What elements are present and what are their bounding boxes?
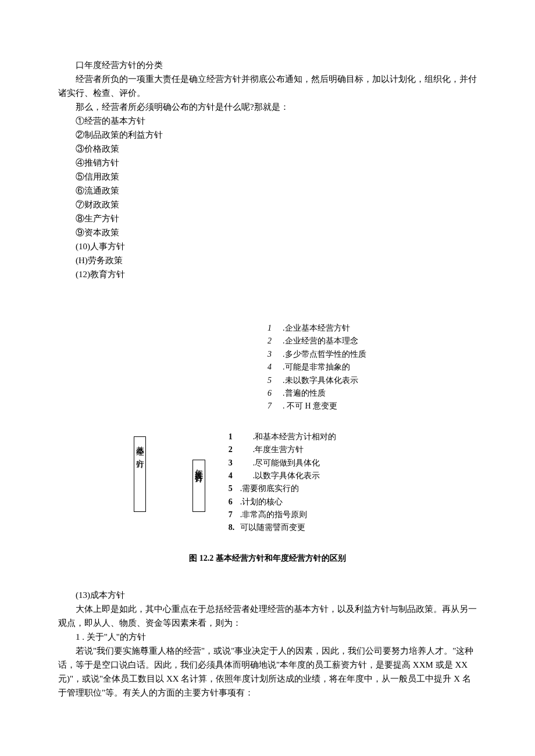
feature-text: .以数字具体化表示 [253, 471, 320, 480]
feature-num: 2 [268, 335, 283, 347]
feature-row: 6.计划的核心 [229, 496, 337, 508]
feature-num: 4 [229, 470, 253, 482]
basic-policy-features: 1.企业基本经营方针 2.企业经营的基本理念 3.多少带点哲学性的性质 4.可能… [268, 322, 477, 413]
basic-policy-box: 基本经 方针 [134, 436, 146, 512]
feature-row: 4.以数字具体化表示 [229, 470, 337, 482]
feature-text: 可以随需譬而变更 [240, 523, 305, 532]
policy-item: (H)劳务政策 [76, 253, 477, 267]
feature-row: 4.可能是非常抽象的 [268, 361, 477, 374]
feature-text: .企业经营的基本理念 [283, 336, 358, 345]
feature-row: 6.普遍的性质 [268, 387, 477, 400]
feature-text: .年度生营方针 [253, 445, 304, 454]
feature-row: 1.和基本经营方计相对的 [229, 431, 337, 443]
policy-item: ⑨资本政策 [76, 225, 477, 239]
feature-row: 8.可以随需譬而变更 [229, 521, 337, 534]
intro-paragraph-1: 经营者所负的一项重大责任是确立经营方针并彻底公布通知，然后明确目标，加以计划化，… [58, 72, 477, 100]
feature-text: .普遍的性质 [283, 389, 326, 397]
diagram-figure: 1.企业基本经营方针 2.企业经营的基本理念 3.多少带点哲学性的性质 4.可能… [58, 322, 477, 565]
figure-caption: 图 12.2 基本经营方针和年度经营方针的区别 [58, 552, 477, 565]
feature-num: 5 [229, 482, 240, 495]
policy-item: ⑥流通政策 [76, 184, 477, 198]
policy-item: ③价格政策 [76, 142, 477, 156]
feature-num: 7 [229, 508, 240, 521]
feature-text: .计划的核心 [240, 497, 283, 506]
feature-row: 3.尽可能做到具体化 [229, 457, 337, 470]
feature-row: 2.企业经营的基本理念 [268, 335, 477, 347]
policy-item: ①经营的基本方针 [76, 114, 477, 128]
box-text: 方针 [135, 453, 144, 455]
feature-row: 5.未以数字具体化表示 [268, 374, 477, 387]
footer-sub-1: 1 . 关于"人"的方针 [58, 630, 477, 644]
feature-num: 6 [229, 496, 240, 508]
section-title: 口年度经营方针的分类 [58, 58, 477, 72]
feature-row: 3.多少带点哲学性的性质 [268, 348, 477, 361]
feature-num: 3 [229, 457, 253, 470]
feature-text: .尽可能做到具体化 [253, 458, 320, 467]
feature-row: 7.非常高的指号原则 [229, 508, 337, 521]
annual-policy-features: 1.和基本经营方计相对的 2.年度生营方针 3.尽可能做到具体化 4.以数字具体… [229, 431, 337, 535]
policy-item: ④推销方针 [76, 156, 477, 170]
policy-list: ①经营的基本方针 ②制品政策的利益方针 ③价格政策 ④推销方针 ⑤信用政策 ⑥流… [76, 114, 477, 281]
feature-num: 2 [229, 443, 253, 456]
policy-item: ⑦财政政策 [76, 198, 477, 212]
policy-item: (13)成本方针 [76, 588, 477, 602]
policy-item: (12)教育方针 [76, 267, 477, 281]
feature-row: 5.需要彻底实行的 [229, 482, 337, 495]
box-text: 基本经 [135, 439, 144, 443]
policy-item: (10)人事方针 [76, 239, 477, 253]
feature-num: 1 [268, 322, 283, 335]
feature-text: .需要彻底实行的 [240, 484, 299, 493]
feature-num: 3 [268, 348, 283, 361]
diagram-middle-row: 基本经 方针 年度姓营方针 1.和基本经营方计相对的 2.年度生营方针 3.尽可… [58, 413, 477, 535]
policy-item: ⑧生产方针 [76, 212, 477, 225]
box-text: 年度姓营方针 [195, 463, 204, 470]
intro-paragraph-2: 那么，经营者所必须明确公布的方针是什么呢?那就是： [58, 100, 477, 114]
feature-text: .和基本经营方计相对的 [253, 432, 337, 441]
policy-item: ②制品政策的利益方针 [76, 128, 477, 142]
policy-item: ⑤信用政策 [76, 170, 477, 184]
feature-num: 1 [229, 431, 253, 443]
feature-num: 7 [268, 400, 283, 413]
feature-row: 2.年度生营方针 [229, 443, 337, 456]
annual-policy-box: 年度姓营方针 [192, 460, 205, 512]
footer-paragraph-1: 大体上即是如此，其中心重点在于总括经营者处理经营的基本方针，以及利益方针与制品政… [58, 602, 477, 630]
feature-text: .非常高的指号原则 [240, 510, 308, 519]
feature-text: .可能是非常抽象的 [283, 363, 350, 371]
feature-num: 5 [268, 374, 283, 387]
feature-row: 1.企业基本经营方针 [268, 322, 477, 335]
feature-text: .多少带点哲学性的性质 [283, 350, 366, 359]
feature-text: . 不可 H 意变更 [283, 402, 337, 410]
feature-row: 7. 不可 H 意变更 [268, 400, 477, 413]
feature-num: 6 [268, 387, 283, 400]
feature-num: 4 [268, 361, 283, 374]
policy-item-13: (13)成本方针 [76, 588, 477, 602]
feature-text: .未以数字具体化表示 [283, 376, 358, 385]
feature-num: 8. [229, 521, 240, 534]
feature-text: .企业基本经营方针 [283, 324, 350, 332]
footer-paragraph-2: 若说"我们要实施尊重人格的经营"，或说"事业决定于人的因素，因此，我们公司要努力… [58, 644, 477, 700]
